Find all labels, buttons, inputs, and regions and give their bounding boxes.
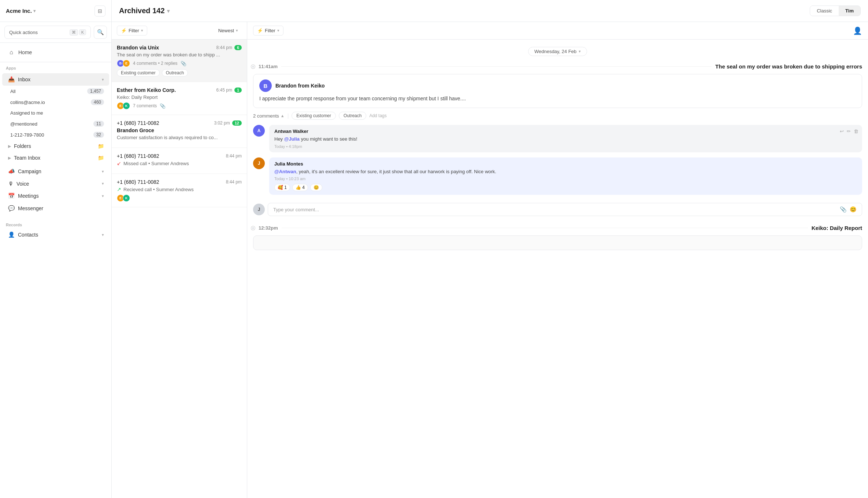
sidebar-item-contacts[interactable]: 👤 Contacts ▾ [2, 228, 109, 241]
tags-divider: | [288, 113, 289, 119]
comment-delete-button[interactable]: 🗑 [854, 129, 858, 134]
meetings-expand-icon: ▾ [102, 194, 104, 198]
sidebar: Acme Inc. ▾ ⊟ Quick actions ⌘ K 🔍 ⌂ Home… [0, 0, 112, 498]
folders-label: Folders [14, 143, 31, 149]
records-section-label: Records [0, 219, 111, 228]
sidebar-item-campaign[interactable]: 📣 Campaign ▾ [2, 165, 109, 178]
avatar: E [123, 60, 130, 67]
conv-item-header: +1 (680) 711-0082 3:02 pm 12 [117, 120, 242, 126]
view-toggle: Classic Tim [810, 5, 861, 16]
date-badge-button[interactable]: Wednesday, 24 Feb ▾ [528, 47, 587, 56]
thread-divider [282, 228, 808, 228]
sidebar-item-messenger[interactable]: 💬 Messenger [2, 202, 109, 215]
input-icons: 📎 😊 [840, 206, 857, 213]
thread-tags-row: 2 comments ▲ | Existing customer Outreac… [253, 112, 862, 120]
quick-actions-button[interactable]: Quick actions ⌘ K [4, 26, 91, 39]
view-tim-button[interactable]: Tim [839, 6, 860, 16]
inbox-group: 📥 Inbox ▾ All 1,457 collins@acme.io 460 … [0, 72, 111, 165]
emoji-icon[interactable]: 😊 [850, 206, 857, 213]
sidebar-item-all[interactable]: All 1,457 [2, 86, 109, 97]
tag-outreach[interactable]: Outreach [339, 112, 366, 120]
detail-filter-icon: ⚡ [257, 28, 263, 33]
conv-item[interactable]: +1 (680) 711-0082 3:02 pm 12 Brandon Gro… [112, 115, 247, 148]
sidebar-item-collins[interactable]: collins@acme.io 460 [2, 97, 109, 108]
conv-item[interactable]: +1 (680) 711-0082 8:44 pm ↙ Missed call … [112, 148, 247, 174]
comment-bubble: Julia Montes @Antwan, yeah, it's an exce… [269, 157, 862, 195]
sidebar-item-assigned[interactable]: Assigned to me [2, 108, 109, 118]
conv-item[interactable]: +1 (680) 711-0082 8:44 pm ↗ Recieved cal… [112, 174, 247, 207]
comment-item: A Antwan Walker Hey @Julia you might wan… [253, 125, 862, 152]
reactions-row: 🥰 1 👍 4 😊 [274, 184, 857, 191]
reaction-button[interactable]: 👍 4 [292, 184, 308, 191]
received-call-icon: ↗ [117, 186, 121, 192]
conv-detail-body: Wednesday, 24 Feb ▾ 11:41am The seal on … [247, 40, 868, 498]
conv-preview: ↗ Recieved call • Summer Andrews [117, 186, 242, 192]
folders-icon: 📁 [98, 143, 104, 149]
thread-dot [251, 226, 255, 230]
conv-items-list: Brandon via Unix 8:44 pm 6 The seal on m… [112, 40, 247, 498]
contacts-expand-icon: ▾ [102, 233, 104, 237]
home-icon: ⌂ [8, 49, 15, 56]
conv-item[interactable]: Brandon via Unix 8:44 pm 6 The seal on m… [112, 40, 247, 82]
meetings-label: Meetings [18, 193, 39, 199]
shortcut-display: ⌘ K [70, 29, 86, 36]
quick-actions-bar: Quick actions ⌘ K 🔍 [0, 22, 111, 43]
commenter-avatar: J [253, 204, 265, 215]
add-tags-button[interactable]: Add tags [369, 113, 386, 118]
conv-unread-badge: 12 [232, 120, 242, 126]
sidebar-header: Acme Inc. ▾ ⊟ [0, 0, 111, 22]
detail-filter-button[interactable]: ⚡ Filter ▾ [253, 26, 283, 36]
sidebar-item-inbox[interactable]: 📥 Inbox ▾ [2, 73, 109, 86]
comment-reply-button[interactable]: ↩ [840, 129, 844, 134]
brand-button[interactable]: Acme Inc. ▾ [6, 8, 36, 14]
search-button[interactable]: 🔍 [94, 26, 107, 39]
tag-existing-customer[interactable]: Existing customer [292, 112, 336, 120]
reaction-add-button[interactable]: 😊 [310, 184, 322, 191]
conv-meta: E K 7 comments 📎 [117, 102, 242, 109]
sidebar-item-home[interactable]: ⌂ Home [2, 46, 109, 59]
sidebar-item-meetings[interactable]: 📅 Meetings ▾ [2, 190, 109, 202]
search-icon: 🔍 [97, 29, 104, 36]
filter-icon: ⚡ [121, 28, 127, 33]
conv-sub-sender: Brandon Groce [117, 127, 242, 133]
conv-time-wrap: 6:45 pm 1 [216, 88, 242, 93]
conv-filter-button[interactable]: ⚡ Filter ▾ [117, 26, 147, 36]
reaction-button[interactable]: 🥰 1 [274, 184, 290, 191]
view-classic-button[interactable]: Classic [810, 6, 839, 16]
detail-assign-button[interactable]: 👤 [853, 26, 862, 35]
brand-label: Acme Inc. [6, 8, 32, 14]
inbox-label: Inbox [18, 77, 30, 82]
conv-preview: The seal on my order was broken due to s… [117, 52, 242, 57]
conv-time-wrap: 8:44 pm 6 [216, 45, 242, 50]
thread-message-card: B Brandon from Keiko I appreciate the pr… [253, 74, 862, 108]
missed-call-icon: ↙ [117, 160, 121, 166]
conv-detail-header: ⚡ Filter ▾ 👤 [247, 22, 868, 40]
main-header: Archived 142 ▾ Classic Tim [112, 0, 868, 22]
shortcut-cmd: ⌘ [70, 29, 78, 36]
sidebar-item-voice[interactable]: 🎙 Voice ▾ [2, 178, 109, 190]
comment-edit-button[interactable]: ✏ [847, 129, 851, 134]
conv-time: 6:45 pm [216, 88, 232, 93]
sidebar-item-folders[interactable]: ▶ Folders 📁 [2, 140, 109, 152]
attachment-icon[interactable]: 📎 [840, 206, 847, 213]
conv-sort-button[interactable]: Newest ▾ [215, 26, 242, 35]
sidebar-item-team-inbox[interactable]: ▶ Team Inbox 📁 [2, 152, 109, 164]
comment-input-row: J Type your comment... 📎 😊 [253, 200, 862, 216]
apps-section-label: Apps [0, 62, 111, 72]
sidebar-collapse-button[interactable]: ⊟ [94, 5, 105, 16]
campaign-label: Campaign [18, 168, 41, 174]
comment-author: Antwan Walker [274, 129, 857, 134]
page-title-text: Archived 142 [119, 7, 165, 15]
conv-item[interactable]: Esther from Keiko Corp. 6:45 pm 1 Keiko:… [112, 82, 247, 115]
conv-time: 8:44 pm [216, 45, 232, 50]
main-nav: ⌂ Home [0, 43, 111, 62]
inbox-chevron: ▾ [102, 77, 104, 82]
page-title[interactable]: Archived 142 ▾ [119, 7, 170, 15]
comment-input-field[interactable]: Type your comment... 📎 😊 [268, 203, 862, 216]
comments-count-button[interactable]: 2 comments ▲ [253, 113, 285, 119]
sidebar-item-mentioned[interactable]: @mentioned 11 [2, 118, 109, 129]
conv-list-header: ⚡ Filter ▾ Newest ▾ [112, 22, 247, 40]
sidebar-item-phone[interactable]: 1-212-789-7800 32 [2, 129, 109, 140]
conversation-detail: ⚡ Filter ▾ 👤 Wednesday, 24 Feb ▾ [247, 22, 868, 498]
comment-avatar: J [253, 157, 265, 169]
